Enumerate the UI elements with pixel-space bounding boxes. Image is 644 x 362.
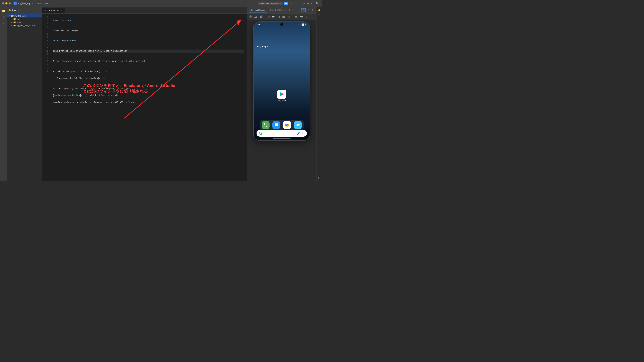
phone-home-apps: Play Store xyxy=(277,90,286,102)
chevron-down-icon: ▼ xyxy=(8,15,10,17)
separator xyxy=(265,15,265,18)
record-button[interactable]: ⏺ xyxy=(294,15,298,19)
code-content: # my_first_app A new Flutter project. ##… xyxy=(50,13,247,181)
folder-icon: 📂 xyxy=(11,15,14,17)
running-devices-header: Running Devices Pixel 7 API 35 ✕ + ⊡ ⋮ ⚙ xyxy=(247,7,316,13)
more-options-button[interactable]: ⋮ xyxy=(306,8,310,12)
chevron-right-icon: ▶ xyxy=(11,24,12,26)
settings-icon[interactable]: ⚙ xyxy=(311,8,314,12)
project-panel: Android ▼ ▼ 📂 my_first_app ▶ 📁 java ▶ 📁 … xyxy=(7,7,42,181)
play-store-label: Play Store xyxy=(278,100,286,102)
fullscreen-button[interactable] xyxy=(8,2,11,4)
tree-item-android[interactable]: ▶ 📁 my_first_app_android xyxy=(7,24,42,27)
app-icon xyxy=(14,2,17,5)
chevron-right-icon: ▶ xyxy=(11,18,12,20)
phone-container: 1:40 ▾ ▐▐▐ 🔋 Fri, Aug 9 xyxy=(247,20,316,181)
panel-header: Android ▼ xyxy=(7,7,42,13)
add-device-button[interactable]: + xyxy=(288,8,291,12)
editor-area: M↓ README.md ✕ 12345 678910 1112131415 1… xyxy=(42,7,247,181)
chevron-down-icon: ▼ xyxy=(280,2,282,4)
device-selector[interactable]: Pixel 7 API 35 (mobile) ▼ xyxy=(258,2,283,5)
line-numbers: 12345 678910 1112131415 1617 xyxy=(42,13,50,181)
main-dart-label: main.dart xyxy=(302,2,310,4)
recent-button[interactable]: ▭ xyxy=(287,15,291,19)
wifi-icon: ▾ xyxy=(298,23,299,25)
phone-search-bar[interactable]: 🎤 🔍 xyxy=(256,130,307,137)
close-icon[interactable]: ✕ xyxy=(61,10,62,12)
tab-running-devices[interactable]: Running Devices xyxy=(249,8,267,12)
tree-label-root: my_first_app xyxy=(14,15,26,17)
phone-screen[interactable]: 1:40 ▾ ▐▐▐ 🔋 Fri, Aug 9 xyxy=(254,22,310,140)
minimize-button[interactable] xyxy=(5,2,8,4)
home-button[interactable]: ⬤ xyxy=(281,15,286,19)
tab-readme[interactable]: M↓ README.md ✕ xyxy=(42,8,65,13)
tree-label-android: my_first_app_android xyxy=(16,24,36,26)
git-icon[interactable]: ⎇ xyxy=(1,15,6,19)
device-header-icons: ⊡ ⋮ ⚙ xyxy=(301,8,314,12)
battery-icon: 🔋 xyxy=(305,23,307,25)
status-time: 1:40 xyxy=(256,23,260,25)
settings-button[interactable]: ⚙ xyxy=(318,13,321,17)
main-dart-tab[interactable]: main.dart ▼ xyxy=(300,2,314,5)
microphone-icon[interactable]: 🎤 xyxy=(297,132,300,135)
chevron-right-icon: ▶ xyxy=(11,21,12,23)
separator2 xyxy=(292,15,292,18)
screenshot-button[interactable]: 📷 xyxy=(271,15,276,19)
traffic-lights xyxy=(2,2,11,4)
zoom-button[interactable]: 1:1 xyxy=(317,176,321,180)
camera-button[interactable]: 📸 xyxy=(299,15,304,19)
tab-pixel7[interactable]: Pixel 7 API 35 ✕ xyxy=(268,8,286,12)
lens-icon[interactable]: 🔍 xyxy=(301,132,304,135)
run-button[interactable]: ▶ xyxy=(284,1,288,5)
signal-icon: ▐▐▐ xyxy=(300,23,304,25)
project-tree: ▼ 📂 my_first_app ▶ 📁 java ▶ 📁 tests ▶ 📁 … xyxy=(7,13,42,28)
tab-pixel7-close[interactable]: ✕ xyxy=(283,9,285,11)
chevron-down-icon: ▼ xyxy=(50,2,52,4)
phone-date: Fri, Aug 9 xyxy=(257,45,268,48)
dropdown-icon: ▼ xyxy=(18,9,19,11)
phone-frame: 1:40 ▾ ▐▐▐ 🔋 Fri, Aug 9 xyxy=(253,21,310,141)
power-button[interactable]: ⏻ xyxy=(248,15,252,19)
play-store-icon[interactable] xyxy=(277,90,286,99)
close-button[interactable] xyxy=(2,2,4,4)
search-button[interactable]: 🔍 xyxy=(314,1,320,5)
more-button[interactable]: ⋮ xyxy=(295,1,300,5)
detach-emulator-button[interactable]: ⊡ xyxy=(301,8,306,12)
running-devices-panel: Running Devices Pixel 7 API 35 ✕ + ⊡ ⋮ ⚙… xyxy=(247,7,316,181)
google-logo xyxy=(259,132,262,135)
tree-item-root[interactable]: ▼ 📂 my_first_app xyxy=(7,14,42,17)
more-device-options[interactable]: ⋮ xyxy=(304,15,308,19)
more-tools-icon[interactable]: ⋯ xyxy=(1,21,6,26)
dock-phone-icon[interactable] xyxy=(262,121,270,129)
volume-down-button[interactable]: 🔉 xyxy=(253,15,258,19)
svg-marker-4 xyxy=(296,124,300,126)
markdown-icon: M↓ xyxy=(44,10,47,12)
tab-pixel7-label: Pixel 7 API 35 xyxy=(270,9,282,11)
chevron-icon: ▼ xyxy=(32,2,34,5)
panel-title: Android xyxy=(9,9,16,11)
back-button[interactable]: ◀ xyxy=(277,15,280,19)
title-bar: my_first_app ▼ Version control ▼ Pixel 7… xyxy=(0,0,322,7)
folder-icon: 📁 xyxy=(13,21,16,23)
code-editor[interactable]: 12345 678910 1112131415 1617 # my_first_… xyxy=(42,13,247,181)
tree-item-tests[interactable]: ▶ 📁 tests xyxy=(7,21,42,24)
device-name: Pixel 7 API 35 (mobile) xyxy=(260,2,279,4)
title-bar-controls: Pixel 7 API 35 (mobile) ▼ ▶ 🐛 ⋮ main.dar… xyxy=(258,1,320,5)
folder-icon[interactable]: 📁 xyxy=(1,8,6,13)
debug-button[interactable]: 🐛 xyxy=(289,1,294,5)
tree-label-tests: tests xyxy=(16,21,21,23)
dock-chrome-icon[interactable] xyxy=(283,121,291,129)
rotate-button[interactable]: ⟳ xyxy=(267,15,270,19)
editor-tabs: M↓ README.md ✕ xyxy=(42,7,247,13)
right-gutter: 🔔 ⚙ 1:1 xyxy=(316,7,322,181)
dock-flutter-icon[interactable] xyxy=(294,121,302,129)
phone-notch xyxy=(280,23,283,26)
version-control-button[interactable]: Version control ▼ xyxy=(35,2,53,5)
notifications-button[interactable]: 🔔 xyxy=(317,8,321,12)
volume-up-button[interactable]: 🔊 xyxy=(259,15,264,19)
tree-item-java[interactable]: ▶ 📁 java xyxy=(7,17,42,21)
device-toolbar: ⏻ 🔉 🔊 ⟳ 📷 ◀ ⬤ ▭ ⏺ 📸 ⋮ xyxy=(247,13,316,20)
activity-bar: 📁 ⎇ ⋯ xyxy=(0,7,7,181)
dock-messages-icon[interactable] xyxy=(272,121,280,129)
project-name: my_first_app xyxy=(18,2,30,5)
